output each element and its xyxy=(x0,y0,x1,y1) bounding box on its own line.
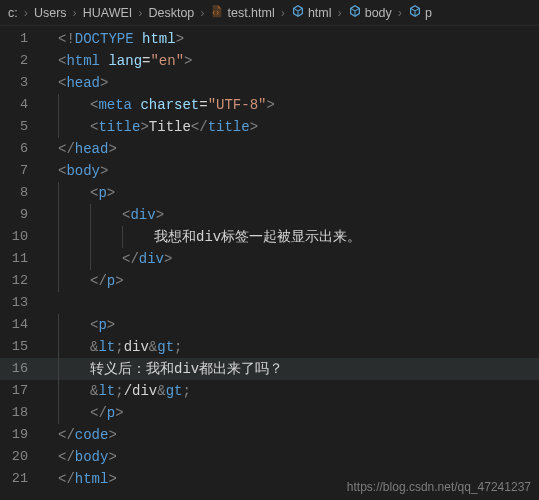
code-content: <head> xyxy=(42,72,108,94)
file-code-icon xyxy=(210,4,224,21)
code-content: </p> xyxy=(42,270,124,292)
line-number: 11 xyxy=(0,248,42,270)
breadcrumb-item[interactable]: p xyxy=(408,4,432,21)
breadcrumb-label: c: xyxy=(8,6,18,20)
code-content: &lt;div&gt; xyxy=(42,336,182,358)
chevron-right-icon: › xyxy=(279,6,287,20)
line-number: 5 xyxy=(0,116,42,138)
symbol-icon xyxy=(348,4,362,21)
code-line[interactable]: 7 <body> xyxy=(0,160,539,182)
code-content: </div> xyxy=(42,248,172,270)
code-line[interactable]: 12 </p> xyxy=(0,270,539,292)
code-content: <p> xyxy=(42,182,115,204)
symbol-icon xyxy=(408,4,422,21)
chevron-right-icon: › xyxy=(198,6,206,20)
chevron-right-icon: › xyxy=(136,6,144,20)
symbol-icon xyxy=(291,4,305,21)
breadcrumb-item[interactable]: Users xyxy=(34,6,67,20)
line-number: 21 xyxy=(0,468,42,490)
code-line[interactable]: 11 </div> xyxy=(0,248,539,270)
code-line[interactable]: 13 xyxy=(0,292,539,314)
line-number: 3 xyxy=(0,72,42,94)
code-line[interactable]: 1 <!DOCTYPE html> xyxy=(0,28,539,50)
line-number: 15 xyxy=(0,336,42,358)
line-number: 13 xyxy=(0,292,42,314)
breadcrumb-label: Desktop xyxy=(148,6,194,20)
code-content: <p> xyxy=(42,314,115,336)
chevron-right-icon: › xyxy=(71,6,79,20)
breadcrumb-item[interactable]: body xyxy=(348,4,392,21)
line-number: 14 xyxy=(0,314,42,336)
line-number: 17 xyxy=(0,380,42,402)
line-number: 18 xyxy=(0,402,42,424)
line-number: 2 xyxy=(0,50,42,72)
line-number: 20 xyxy=(0,446,42,468)
code-line[interactable]: 3 <head> xyxy=(0,72,539,94)
line-number: 4 xyxy=(0,94,42,116)
code-content: <meta charset="UTF-8"> xyxy=(42,94,275,116)
code-content: </p> xyxy=(42,402,124,424)
line-number: 10 xyxy=(0,226,42,248)
chevron-right-icon: › xyxy=(396,6,404,20)
breadcrumb-label: Users xyxy=(34,6,67,20)
code-line[interactable]: 17 &lt;/div&gt; xyxy=(0,380,539,402)
code-editor[interactable]: 1 <!DOCTYPE html>2 <html lang="en">3 <he… xyxy=(0,26,539,490)
breadcrumb-item[interactable]: test.html xyxy=(210,4,274,21)
code-line[interactable]: 19 </code> xyxy=(0,424,539,446)
breadcrumb-item[interactable]: HUAWEI xyxy=(83,6,133,20)
breadcrumb-label: HUAWEI xyxy=(83,6,133,20)
code-content: </body> xyxy=(42,446,117,468)
line-number: 7 xyxy=(0,160,42,182)
line-number: 12 xyxy=(0,270,42,292)
line-number: 8 xyxy=(0,182,42,204)
line-number: 1 xyxy=(0,28,42,50)
code-line[interactable]: 14 <p> xyxy=(0,314,539,336)
line-number: 19 xyxy=(0,424,42,446)
code-line[interactable]: 16 转义后：我和div都出来了吗？ xyxy=(0,358,539,380)
code-line[interactable]: 6 </head> xyxy=(0,138,539,160)
code-content xyxy=(42,292,58,314)
code-content: </head> xyxy=(42,138,117,160)
chevron-right-icon: › xyxy=(22,6,30,20)
breadcrumb-label: test.html xyxy=(227,6,274,20)
code-line[interactable]: 8 <p> xyxy=(0,182,539,204)
code-content: </code> xyxy=(42,424,117,446)
breadcrumb-label: html xyxy=(308,6,332,20)
code-line[interactable]: 18 </p> xyxy=(0,402,539,424)
breadcrumb-item[interactable]: html xyxy=(291,4,332,21)
breadcrumb: c:›Users›HUAWEI›Desktop›test.html›html›b… xyxy=(0,0,539,26)
code-content: <html lang="en"> xyxy=(42,50,192,72)
code-line[interactable]: 2 <html lang="en"> xyxy=(0,50,539,72)
code-line[interactable]: 5 <title>Title</title> xyxy=(0,116,539,138)
line-number: 9 xyxy=(0,204,42,226)
chevron-right-icon: › xyxy=(336,6,344,20)
breadcrumb-label: p xyxy=(425,6,432,20)
code-content: </html> xyxy=(42,468,117,490)
breadcrumb-item[interactable]: Desktop xyxy=(148,6,194,20)
code-content: <body> xyxy=(42,160,108,182)
code-content: <!DOCTYPE html> xyxy=(42,28,184,50)
code-line[interactable]: 15 &lt;div&gt; xyxy=(0,336,539,358)
code-content: 转义后：我和div都出来了吗？ xyxy=(42,358,283,380)
watermark-text: https://blog.csdn.net/qq_47241237 xyxy=(347,480,531,494)
code-line[interactable]: 4 <meta charset="UTF-8"> xyxy=(0,94,539,116)
breadcrumb-item[interactable]: c: xyxy=(8,6,18,20)
code-content: &lt;/div&gt; xyxy=(42,380,191,402)
code-line[interactable]: 20 </body> xyxy=(0,446,539,468)
code-line[interactable]: 10 我想和div标签一起被显示出来。 xyxy=(0,226,539,248)
code-content: <div> xyxy=(42,204,164,226)
line-number: 6 xyxy=(0,138,42,160)
breadcrumb-label: body xyxy=(365,6,392,20)
code-content: 我想和div标签一起被显示出来。 xyxy=(42,226,361,248)
code-line[interactable]: 9 <div> xyxy=(0,204,539,226)
line-number: 16 xyxy=(0,358,42,380)
code-content: <title>Title</title> xyxy=(42,116,258,138)
